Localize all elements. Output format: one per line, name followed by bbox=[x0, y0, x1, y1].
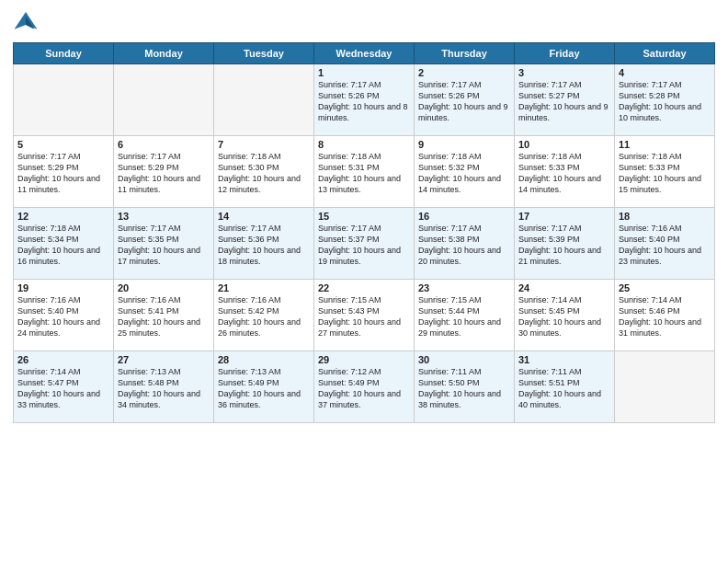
cell-info: Sunrise: 7:18 AMSunset: 5:34 PMDaylight:… bbox=[17, 223, 109, 268]
day-number: 17 bbox=[518, 211, 610, 222]
week-row-4: 26Sunrise: 7:14 AMSunset: 5:47 PMDayligh… bbox=[14, 351, 715, 423]
day-number: 14 bbox=[218, 211, 310, 222]
calendar-header: SundayMondayTuesdayWednesdayThursdayFrid… bbox=[14, 43, 715, 64]
day-number: 8 bbox=[318, 139, 410, 150]
cell-4-1: 27Sunrise: 7:13 AMSunset: 5:48 PMDayligh… bbox=[114, 351, 214, 423]
cell-4-2: 28Sunrise: 7:13 AMSunset: 5:49 PMDayligh… bbox=[214, 351, 314, 423]
cell-info: Sunrise: 7:13 AMSunset: 5:49 PMDaylight:… bbox=[218, 366, 310, 411]
header-cell-sunday: Sunday bbox=[14, 43, 114, 64]
cell-4-4: 30Sunrise: 7:11 AMSunset: 5:50 PMDayligh… bbox=[415, 351, 515, 423]
header-cell-monday: Monday bbox=[114, 43, 214, 64]
day-number: 2 bbox=[418, 67, 510, 78]
cell-1-0: 5Sunrise: 7:17 AMSunset: 5:29 PMDaylight… bbox=[14, 136, 114, 208]
cell-2-0: 12Sunrise: 7:18 AMSunset: 5:34 PMDayligh… bbox=[14, 208, 114, 280]
week-row-1: 5Sunrise: 7:17 AMSunset: 5:29 PMDaylight… bbox=[14, 136, 715, 208]
header-cell-saturday: Saturday bbox=[615, 43, 715, 64]
day-number: 30 bbox=[418, 354, 510, 365]
cell-info: Sunrise: 7:17 AMSunset: 5:26 PMDaylight:… bbox=[318, 79, 410, 124]
week-row-0: 1Sunrise: 7:17 AMSunset: 5:26 PMDaylight… bbox=[14, 64, 715, 136]
cell-3-4: 23Sunrise: 7:15 AMSunset: 5:44 PMDayligh… bbox=[415, 280, 515, 351]
day-number: 22 bbox=[318, 282, 410, 293]
cell-info: Sunrise: 7:16 AMSunset: 5:41 PMDaylight:… bbox=[118, 294, 210, 339]
cell-info: Sunrise: 7:17 AMSunset: 5:29 PMDaylight:… bbox=[118, 151, 210, 196]
cell-1-4: 9Sunrise: 7:18 AMSunset: 5:32 PMDaylight… bbox=[415, 136, 515, 208]
week-row-2: 12Sunrise: 7:18 AMSunset: 5:34 PMDayligh… bbox=[14, 208, 715, 280]
day-number: 25 bbox=[619, 282, 711, 293]
cell-info: Sunrise: 7:18 AMSunset: 5:30 PMDaylight:… bbox=[218, 151, 310, 196]
cell-info: Sunrise: 7:11 AMSunset: 5:50 PMDaylight:… bbox=[418, 366, 510, 411]
day-number: 10 bbox=[518, 139, 610, 150]
cell-info: Sunrise: 7:14 AMSunset: 5:46 PMDaylight:… bbox=[619, 294, 711, 339]
cell-1-6: 11Sunrise: 7:18 AMSunset: 5:33 PMDayligh… bbox=[615, 136, 715, 208]
cell-2-6: 18Sunrise: 7:16 AMSunset: 5:40 PMDayligh… bbox=[615, 208, 715, 280]
day-number: 3 bbox=[518, 67, 610, 78]
cell-4-6 bbox=[615, 351, 715, 423]
cell-info: Sunrise: 7:18 AMSunset: 5:33 PMDaylight:… bbox=[518, 151, 610, 196]
cell-info: Sunrise: 7:15 AMSunset: 5:43 PMDaylight:… bbox=[318, 294, 410, 339]
cell-1-3: 8Sunrise: 7:18 AMSunset: 5:31 PMDaylight… bbox=[314, 136, 415, 208]
cell-info: Sunrise: 7:12 AMSunset: 5:49 PMDaylight:… bbox=[318, 366, 410, 411]
day-number: 23 bbox=[418, 282, 510, 293]
day-number: 12 bbox=[17, 211, 109, 222]
cell-info: Sunrise: 7:17 AMSunset: 5:37 PMDaylight:… bbox=[318, 223, 410, 268]
day-number: 4 bbox=[619, 67, 711, 78]
day-number: 28 bbox=[218, 354, 310, 365]
page: SundayMondayTuesdayWednesdayThursdayFrid… bbox=[0, 0, 728, 563]
day-number: 5 bbox=[17, 139, 109, 150]
header-row: SundayMondayTuesdayWednesdayThursdayFrid… bbox=[14, 43, 715, 64]
header-cell-wednesday: Wednesday bbox=[314, 43, 415, 64]
cell-info: Sunrise: 7:17 AMSunset: 5:29 PMDaylight:… bbox=[17, 151, 109, 196]
header-cell-friday: Friday bbox=[515, 43, 615, 64]
cell-3-1: 20Sunrise: 7:16 AMSunset: 5:41 PMDayligh… bbox=[114, 280, 214, 351]
cell-4-0: 26Sunrise: 7:14 AMSunset: 5:47 PMDayligh… bbox=[14, 351, 114, 423]
cell-0-2 bbox=[214, 64, 314, 136]
cell-info: Sunrise: 7:18 AMSunset: 5:31 PMDaylight:… bbox=[318, 151, 410, 196]
day-number: 20 bbox=[118, 282, 210, 293]
cell-0-3: 1Sunrise: 7:17 AMSunset: 5:26 PMDaylight… bbox=[314, 64, 415, 136]
cell-2-1: 13Sunrise: 7:17 AMSunset: 5:35 PMDayligh… bbox=[114, 208, 214, 280]
cell-0-1 bbox=[114, 64, 214, 136]
cell-info: Sunrise: 7:14 AMSunset: 5:45 PMDaylight:… bbox=[518, 294, 610, 339]
day-number: 15 bbox=[318, 211, 410, 222]
day-number: 13 bbox=[118, 211, 210, 222]
cell-3-0: 19Sunrise: 7:16 AMSunset: 5:40 PMDayligh… bbox=[14, 280, 114, 351]
cell-info: Sunrise: 7:16 AMSunset: 5:40 PMDaylight:… bbox=[17, 294, 109, 339]
cell-info: Sunrise: 7:14 AMSunset: 5:47 PMDaylight:… bbox=[17, 366, 109, 411]
cell-info: Sunrise: 7:16 AMSunset: 5:40 PMDaylight:… bbox=[619, 223, 711, 268]
cell-info: Sunrise: 7:17 AMSunset: 5:27 PMDaylight:… bbox=[518, 79, 610, 124]
cell-2-2: 14Sunrise: 7:17 AMSunset: 5:36 PMDayligh… bbox=[214, 208, 314, 280]
cell-0-4: 2Sunrise: 7:17 AMSunset: 5:26 PMDaylight… bbox=[415, 64, 515, 136]
cell-info: Sunrise: 7:17 AMSunset: 5:35 PMDaylight:… bbox=[118, 223, 210, 268]
day-number: 31 bbox=[518, 354, 610, 365]
cell-1-1: 6Sunrise: 7:17 AMSunset: 5:29 PMDaylight… bbox=[114, 136, 214, 208]
cell-info: Sunrise: 7:15 AMSunset: 5:44 PMDaylight:… bbox=[418, 294, 510, 339]
cell-info: Sunrise: 7:18 AMSunset: 5:32 PMDaylight:… bbox=[418, 151, 510, 196]
day-number: 29 bbox=[318, 354, 410, 365]
day-number: 9 bbox=[418, 139, 510, 150]
cell-0-6: 4Sunrise: 7:17 AMSunset: 5:28 PMDaylight… bbox=[615, 64, 715, 136]
day-number: 11 bbox=[619, 139, 711, 150]
cell-1-2: 7Sunrise: 7:18 AMSunset: 5:30 PMDaylight… bbox=[214, 136, 314, 208]
day-number: 24 bbox=[518, 282, 610, 293]
cell-0-0 bbox=[14, 64, 114, 136]
cell-3-3: 22Sunrise: 7:15 AMSunset: 5:43 PMDayligh… bbox=[314, 280, 415, 351]
header-cell-thursday: Thursday bbox=[415, 43, 515, 64]
cell-info: Sunrise: 7:17 AMSunset: 5:36 PMDaylight:… bbox=[218, 223, 310, 268]
cell-info: Sunrise: 7:17 AMSunset: 5:38 PMDaylight:… bbox=[418, 223, 510, 268]
cell-3-2: 21Sunrise: 7:16 AMSunset: 5:42 PMDayligh… bbox=[214, 280, 314, 351]
calendar-table: SundayMondayTuesdayWednesdayThursdayFrid… bbox=[13, 42, 715, 423]
cell-3-5: 24Sunrise: 7:14 AMSunset: 5:45 PMDayligh… bbox=[515, 280, 615, 351]
week-row-3: 19Sunrise: 7:16 AMSunset: 5:40 PMDayligh… bbox=[14, 280, 715, 351]
logo bbox=[13, 9, 42, 35]
calendar-body: 1Sunrise: 7:17 AMSunset: 5:26 PMDaylight… bbox=[14, 64, 715, 423]
cell-2-3: 15Sunrise: 7:17 AMSunset: 5:37 PMDayligh… bbox=[314, 208, 415, 280]
day-number: 16 bbox=[418, 211, 510, 222]
day-number: 19 bbox=[17, 282, 109, 293]
cell-2-4: 16Sunrise: 7:17 AMSunset: 5:38 PMDayligh… bbox=[415, 208, 515, 280]
cell-2-5: 17Sunrise: 7:17 AMSunset: 5:39 PMDayligh… bbox=[515, 208, 615, 280]
header-cell-tuesday: Tuesday bbox=[214, 43, 314, 64]
day-number: 21 bbox=[218, 282, 310, 293]
day-number: 26 bbox=[17, 354, 109, 365]
day-number: 27 bbox=[118, 354, 210, 365]
cell-1-5: 10Sunrise: 7:18 AMSunset: 5:33 PMDayligh… bbox=[515, 136, 615, 208]
